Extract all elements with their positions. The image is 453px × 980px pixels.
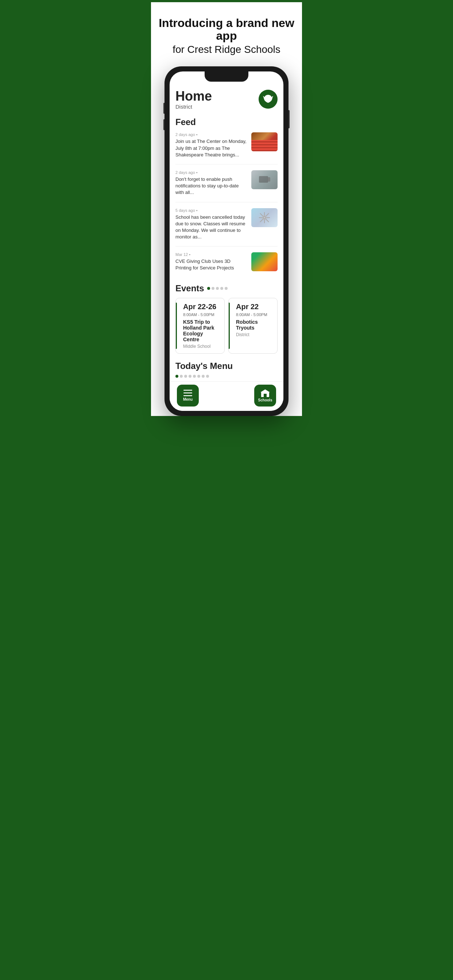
events-row: Apr 22-26 8:00AM - 5:00PM KS5 Trip to Ho… [175,298,278,354]
schools-nav-label: Schools [258,398,273,402]
menu-dot-inactive[interactable] [188,375,191,378]
feed-item-body: School has been cancelled today due to s… [175,214,248,240]
screen-content: Home District Feed [170,72,283,381]
feed-section-title: Feed [175,117,278,127]
phone-notch [205,72,248,82]
feed-item-thumbnail [251,252,278,271]
svg-rect-4 [183,390,192,391]
svg-marker-8 [260,390,270,392]
feed-item-text: 2 days ago • Don't forget to enable push… [175,170,248,196]
menu-nav-label: Menu [183,398,193,401]
menu-dot-inactive[interactable] [197,375,200,378]
app-header: Home District [175,90,278,110]
feed-item-thumbnail [251,208,278,227]
event-name: Robotics Tryouts [233,319,273,331]
menu-section-title: Today's Menu [175,361,278,371]
event-location: District [233,332,273,337]
feed-item-thumbnail [251,132,278,151]
feed-item-meta: 5 days ago • [175,208,248,213]
feed-item-body: Don't forget to enable push notification… [175,176,248,196]
menu-dot-inactive[interactable] [180,375,183,378]
svg-point-3 [264,217,265,218]
schools-icon [260,389,270,397]
side-button-vol-up [163,103,164,114]
menu-icon [183,390,192,396]
schools-nav-button[interactable]: Schools [254,385,276,407]
feed-item-body: CVE Giving Club Uses 3D Printing for Ser… [175,258,248,271]
event-time: 8:00AM - 5:00PM [180,312,220,317]
menu-dots [175,375,278,378]
menu-section: Today's Menu [175,361,278,378]
feed-item-body: Join us at The Center on Monday, July 8t… [175,138,248,158]
svg-rect-9 [264,394,266,397]
dot-inactive[interactable] [212,287,214,290]
menu-dot-inactive[interactable] [193,375,196,378]
phone-screen: Home District Feed [170,72,283,410]
phone-mockup-container: Home District Feed [151,66,302,415]
feed-item-meta: 2 days ago • [175,170,248,175]
dot-inactive[interactable] [220,287,223,290]
app-screen-subtitle: District [175,103,212,110]
kids-image [251,252,278,271]
event-card[interactable]: Apr 22-26 8:00AM - 5:00PM KS5 Trip to Ho… [175,298,225,354]
event-date: Apr 22-26 [180,302,220,311]
feed-item-text: 2 days ago • Join us at The Center on Mo… [175,132,248,158]
bottom-nav: Menu Schools [170,381,283,411]
event-location: Middle School [180,344,220,349]
svg-rect-11 [266,393,268,394]
feed-item-text: 5 days ago • School has been cancelled t… [175,208,248,240]
mascot-icon [262,93,274,105]
menu-dot-inactive[interactable] [202,375,205,378]
event-name: KS5 Trip to Holland Park Ecology Centre [180,319,220,342]
event-accent-bar [229,302,230,349]
event-date: Apr 22 [233,302,273,311]
app-screen-title: Home [175,90,212,103]
phone-frame: Home District Feed [164,66,289,415]
svg-rect-6 [183,395,192,396]
svg-rect-10 [262,393,264,394]
phone-image [251,170,278,189]
header-title: Introducing a brand new app [158,17,295,42]
feed-item-meta: Mar 12 • [175,252,248,257]
events-dots [207,287,228,290]
event-time: 8:00AM - 5:00PM [233,312,273,317]
feed-item-thumbnail [251,170,278,189]
menu-nav-button[interactable]: Menu [177,385,199,407]
snow-image [251,208,278,227]
header-subtitle: for Crest Ridge Schools [158,44,295,56]
menu-dot-inactive[interactable] [184,375,187,378]
menu-dot-active[interactable] [175,375,179,378]
feed-item[interactable]: Mar 12 • CVE Giving Club Uses 3D Printin… [175,252,278,277]
svg-rect-1 [267,177,270,181]
feed-item[interactable]: 5 days ago • School has been cancelled t… [175,208,278,247]
events-header: Events [175,283,278,293]
feed-item-text: Mar 12 • CVE Giving Club Uses 3D Printin… [175,252,248,271]
menu-dot-inactive[interactable] [206,375,209,378]
feed-item[interactable]: 2 days ago • Join us at The Center on Mo… [175,132,278,164]
app-logo[interactable] [258,90,278,109]
bottom-green-bar [151,416,302,445]
feed-item[interactable]: 2 days ago • Don't forget to enable push… [175,170,278,202]
side-button-power [289,110,290,128]
svg-rect-5 [183,392,192,393]
theatre-image [251,132,278,151]
side-button-vol-down [163,119,164,130]
dot-inactive[interactable] [216,287,219,290]
feed-item-meta: 2 days ago • [175,132,248,137]
header-section: Introducing a brand new app for Crest Ri… [151,2,302,66]
svg-rect-0 [259,176,268,183]
dot-inactive[interactable] [225,287,228,290]
dot-active[interactable] [207,287,210,290]
events-section-title: Events [175,283,204,293]
event-card[interactable]: Apr 22 8:00AM - 5:00PM Robotics Tryouts … [228,298,278,354]
event-accent-bar [176,302,177,349]
feed-list: 2 days ago • Join us at The Center on Mo… [175,132,278,277]
